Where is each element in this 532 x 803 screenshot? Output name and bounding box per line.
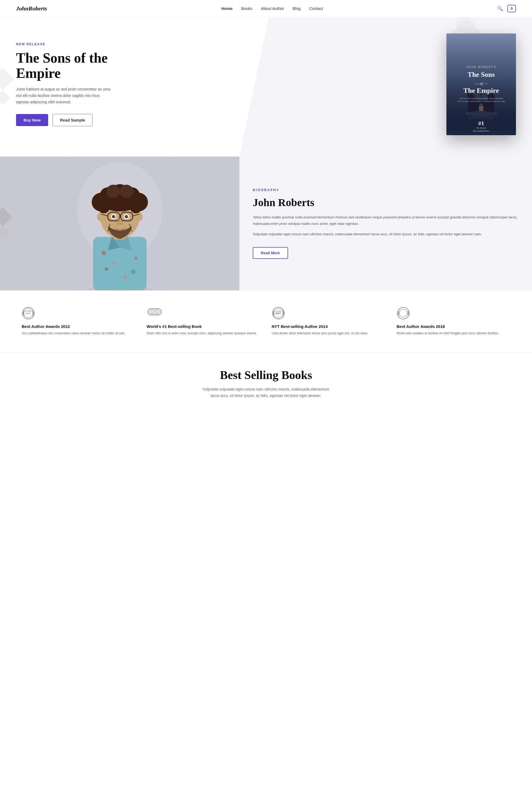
book-cover-container: JOHN ROBERTS The Sons — of — The Empire … [446, 34, 516, 135]
award-item-4: Best Author Awards 2018 Morbi odio sodal… [391, 307, 516, 336]
award-title-1: Best Author Awards 2012 [22, 324, 136, 329]
svg-point-56 [155, 310, 158, 313]
award-desc-4: Morbi odio sodales et facilisis mi nibh … [397, 331, 511, 336]
logo[interactable]: JohnRoberts [16, 5, 47, 12]
bio-label: BIOGRAPHY [253, 188, 519, 192]
svg-point-19 [104, 267, 108, 271]
svg-marker-62 [278, 314, 279, 316]
cart-button[interactable]: 0 [507, 5, 516, 12]
bio-left-diamond-2 [0, 226, 10, 239]
svg-point-17 [102, 251, 106, 255]
award-icon-1: ULTRA AWARD [22, 307, 35, 320]
book-small-desc: Discover the story of vitae magna anima … [452, 97, 511, 106]
bio-paragraph-2: Vulputate vulputate eget cursus nam ultr… [253, 231, 519, 237]
nav-books[interactable]: Books [241, 6, 252, 11]
award-title-2: World's #1 Best-selling Book [147, 324, 261, 329]
bestselling-title: Best Selling Books [16, 368, 516, 382]
svg-text:AWARD: AWARD [26, 313, 31, 314]
svg-point-44 [112, 215, 115, 218]
book-title-main: The Sons — of — The Empire [452, 71, 511, 95]
book-rank-desc: The World's Best-selling Writer [473, 127, 490, 132]
svg-point-20 [131, 269, 136, 274]
bestselling-description: Vulputate vulputate eget cursus nam ultr… [199, 386, 333, 399]
svg-point-36 [136, 213, 142, 221]
biography-section: BIOGRAPHY John Roberts Tellus tellus mat… [0, 157, 532, 290]
book-author-text: JOHN ROBERTS [452, 66, 511, 69]
svg-point-33 [98, 202, 110, 213]
svg-point-47 [127, 216, 128, 217]
hero-description: Justo habitant at augue ac sed proin con… [16, 86, 112, 105]
bio-name: John Roberts [253, 196, 519, 209]
award-desc-2: Diam nibh non in enim nunc suscipit risu… [147, 331, 261, 336]
svg-point-18 [134, 257, 137, 260]
award-icon-2 [147, 307, 160, 320]
hero-title: The Sons of the Empire [16, 50, 128, 81]
award-icon-3: HYPER BEST [272, 307, 285, 320]
awards-section: ULTRA AWARD Best Author Awards 2012 Arcu… [0, 290, 532, 352]
awards-grid: ULTRA AWARD Best Author Awards 2012 Arcu… [16, 307, 516, 336]
award-desc-3: Uma donec dolor bibendum lectus arcu pur… [272, 331, 386, 336]
nav-contact[interactable]: Contact [309, 6, 323, 11]
nav-links: Home Books About Author Blog Contact [222, 6, 323, 11]
book-rank-badge: #1 The World's Best-selling Writer [473, 120, 490, 132]
award-item-1: ULTRA AWARD Best Author Awards 2012 Arcu… [16, 307, 141, 336]
hero-left-decoration [0, 71, 11, 103]
author-svg [66, 157, 173, 290]
book-cover: JOHN ROBERTS The Sons — of — The Empire … [446, 34, 516, 135]
award-title-4: Best Author Awards 2018 [397, 324, 511, 329]
svg-point-32 [120, 185, 133, 198]
navbar: JohnRoberts Home Books About Author Blog… [0, 0, 532, 17]
bio-content: BIOGRAPHY John Roberts Tellus tellus mat… [240, 157, 532, 290]
hero-content: NEW RELEASE The Sons of the Empire Justo… [16, 42, 128, 127]
svg-rect-8 [479, 106, 483, 111]
book-cover-inner: JOHN ROBERTS The Sons — of — The Empire … [446, 34, 516, 135]
left-diamond-2 [0, 90, 10, 106]
award-title-3: NYT Best-selling Author 2014 [272, 324, 386, 329]
award-icon-4 [397, 307, 410, 320]
svg-point-31 [107, 185, 120, 198]
award-item-3: HYPER BEST NYT Best-selling Author 2014 … [266, 307, 391, 336]
search-icon[interactable]: 🔍 [497, 6, 503, 12]
svg-rect-9 [468, 116, 495, 119]
buy-now-button[interactable]: Buy Now [16, 114, 48, 126]
svg-point-10 [465, 111, 497, 116]
nav-right: 🔍 0 [497, 5, 516, 12]
hero-section: NEW RELEASE The Sons of the Empire Justo… [0, 17, 532, 157]
svg-point-64 [399, 309, 407, 317]
svg-point-45 [125, 215, 128, 218]
svg-point-35 [97, 213, 103, 221]
svg-point-22 [124, 275, 127, 279]
bio-paragraph-1: Tellus tellus mattis pulvinar nulla euis… [253, 214, 519, 227]
svg-point-46 [114, 216, 115, 217]
svg-text:ULTRA: ULTRA [25, 310, 32, 312]
nav-home[interactable]: Home [222, 6, 233, 11]
left-diamond-1 [0, 68, 14, 90]
svg-point-34 [130, 202, 142, 213]
book-text: JOHN ROBERTS The Sons — of — The Empire … [452, 63, 511, 106]
bestselling-section: Best Selling Books Vulputate vulputate e… [0, 352, 532, 415]
nav-blog[interactable]: Blog [292, 6, 301, 11]
author-photo [0, 157, 240, 290]
svg-text:BEST: BEST [276, 312, 281, 314]
svg-point-21 [113, 262, 116, 265]
award-item-2: World's #1 Best-selling Book Diam nibh n… [141, 307, 266, 336]
nav-about-author[interactable]: About Author [261, 6, 284, 11]
new-release-badge: NEW RELEASE [16, 42, 128, 46]
hero-buttons: Buy Now Read Sample [16, 114, 128, 126]
svg-point-55 [151, 310, 154, 313]
bio-left-shapes [0, 210, 10, 237]
read-more-button[interactable]: Read More [253, 247, 288, 259]
award-desc-1: Arcu pellentesque nisi consectetur netus… [22, 331, 136, 336]
read-sample-button[interactable]: Read Sample [53, 114, 93, 126]
